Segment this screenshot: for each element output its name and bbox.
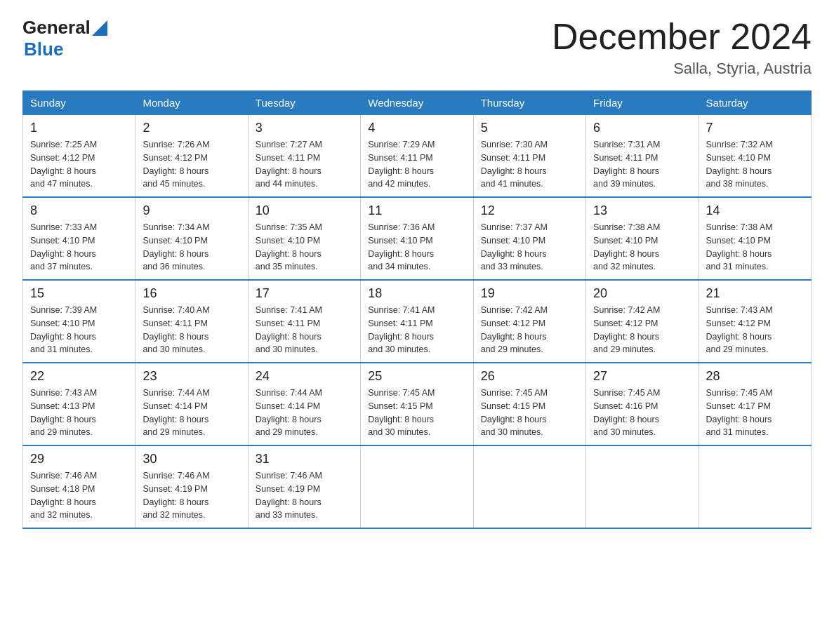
day-info: Sunrise: 7:43 AM Sunset: 4:12 PM Dayligh…	[706, 304, 804, 356]
calendar-cell: 18 Sunrise: 7:41 AM Sunset: 4:11 PM Dayl…	[361, 280, 473, 363]
day-number: 29	[30, 452, 128, 467]
day-number: 4	[368, 121, 465, 135]
calendar-cell: 5 Sunrise: 7:30 AM Sunset: 4:11 PM Dayli…	[473, 115, 585, 198]
location-title: Salla, Styria, Austria	[552, 60, 812, 78]
day-number: 13	[593, 203, 691, 218]
svg-marker-0	[92, 20, 107, 36]
calendar-cell: 10 Sunrise: 7:35 AM Sunset: 4:10 PM Dayl…	[248, 197, 360, 280]
day-info: Sunrise: 7:37 AM Sunset: 4:10 PM Dayligh…	[481, 221, 578, 274]
calendar-cell: 17 Sunrise: 7:41 AM Sunset: 4:11 PM Dayl…	[248, 280, 360, 363]
day-info: Sunrise: 7:33 AM Sunset: 4:10 PM Dayligh…	[30, 221, 128, 274]
calendar-cell: 28 Sunrise: 7:45 AM Sunset: 4:17 PM Dayl…	[699, 363, 811, 445]
calendar-cell: 29 Sunrise: 7:46 AM Sunset: 4:18 PM Dayl…	[23, 445, 135, 528]
day-number: 9	[143, 203, 240, 218]
calendar-body: 1 Sunrise: 7:25 AM Sunset: 4:12 PM Dayli…	[23, 115, 812, 529]
calendar-cell	[361, 445, 473, 528]
day-info: Sunrise: 7:38 AM Sunset: 4:10 PM Dayligh…	[706, 221, 804, 274]
day-number: 30	[143, 452, 240, 467]
day-info: Sunrise: 7:41 AM Sunset: 4:11 PM Dayligh…	[256, 304, 353, 356]
day-number: 23	[143, 369, 240, 384]
day-info: Sunrise: 7:43 AM Sunset: 4:13 PM Dayligh…	[30, 387, 128, 439]
month-title: December 2024	[552, 17, 812, 57]
weekday-header-tuesday: Tuesday	[248, 91, 360, 115]
calendar-cell: 23 Sunrise: 7:44 AM Sunset: 4:14 PM Dayl…	[135, 363, 248, 445]
day-info: Sunrise: 7:44 AM Sunset: 4:14 PM Dayligh…	[143, 387, 240, 439]
day-number: 27	[593, 369, 691, 384]
weekday-header-friday: Friday	[586, 91, 699, 115]
calendar-cell: 6 Sunrise: 7:31 AM Sunset: 4:11 PM Dayli…	[586, 115, 699, 198]
calendar-cell: 8 Sunrise: 7:33 AM Sunset: 4:10 PM Dayli…	[23, 197, 135, 280]
day-info: Sunrise: 7:31 AM Sunset: 4:11 PM Dayligh…	[593, 138, 691, 191]
calendar-week-row: 1 Sunrise: 7:25 AM Sunset: 4:12 PM Dayli…	[23, 115, 812, 198]
calendar-cell: 9 Sunrise: 7:34 AM Sunset: 4:10 PM Dayli…	[135, 197, 248, 280]
day-number: 22	[30, 369, 128, 384]
day-info: Sunrise: 7:45 AM Sunset: 4:15 PM Dayligh…	[481, 387, 578, 439]
calendar-cell: 2 Sunrise: 7:26 AM Sunset: 4:12 PM Dayli…	[135, 115, 248, 198]
calendar-cell: 7 Sunrise: 7:32 AM Sunset: 4:10 PM Dayli…	[699, 115, 811, 198]
day-info: Sunrise: 7:45 AM Sunset: 4:17 PM Dayligh…	[706, 387, 804, 439]
day-number: 7	[706, 121, 804, 135]
calendar-week-row: 15 Sunrise: 7:39 AM Sunset: 4:10 PM Dayl…	[23, 280, 812, 363]
day-number: 18	[368, 286, 465, 301]
day-number: 3	[256, 121, 353, 135]
logo-blue: Blue	[22, 39, 107, 60]
day-info: Sunrise: 7:42 AM Sunset: 4:12 PM Dayligh…	[481, 304, 578, 356]
day-number: 24	[256, 369, 353, 384]
day-number: 10	[256, 203, 353, 218]
day-info: Sunrise: 7:34 AM Sunset: 4:10 PM Dayligh…	[143, 221, 240, 274]
day-info: Sunrise: 7:45 AM Sunset: 4:16 PM Dayligh…	[593, 387, 691, 439]
weekday-header-wednesday: Wednesday	[361, 91, 473, 115]
calendar-week-row: 8 Sunrise: 7:33 AM Sunset: 4:10 PM Dayli…	[23, 197, 812, 280]
day-info: Sunrise: 7:46 AM Sunset: 4:18 PM Dayligh…	[30, 469, 128, 522]
day-number: 19	[481, 286, 578, 301]
calendar-cell: 4 Sunrise: 7:29 AM Sunset: 4:11 PM Dayli…	[361, 115, 473, 198]
day-info: Sunrise: 7:45 AM Sunset: 4:15 PM Dayligh…	[368, 387, 465, 439]
day-number: 26	[481, 369, 578, 384]
day-number: 20	[593, 286, 691, 301]
logo-general: General	[22, 17, 91, 39]
calendar-cell: 27 Sunrise: 7:45 AM Sunset: 4:16 PM Dayl…	[586, 363, 699, 445]
day-info: Sunrise: 7:38 AM Sunset: 4:10 PM Dayligh…	[593, 221, 691, 274]
title-section: December 2024 Salla, Styria, Austria	[552, 17, 812, 78]
calendar-cell	[586, 445, 699, 528]
calendar-cell: 21 Sunrise: 7:43 AM Sunset: 4:12 PM Dayl…	[699, 280, 811, 363]
weekday-header-saturday: Saturday	[699, 91, 811, 115]
weekday-header-sunday: Sunday	[23, 91, 135, 115]
calendar-cell: 12 Sunrise: 7:37 AM Sunset: 4:10 PM Dayl…	[473, 197, 585, 280]
calendar-cell: 14 Sunrise: 7:38 AM Sunset: 4:10 PM Dayl…	[699, 197, 811, 280]
calendar-cell: 20 Sunrise: 7:42 AM Sunset: 4:12 PM Dayl…	[586, 280, 699, 363]
day-info: Sunrise: 7:30 AM Sunset: 4:11 PM Dayligh…	[481, 138, 578, 191]
logo: General Blue	[22, 17, 107, 60]
day-number: 31	[256, 452, 353, 467]
day-number: 11	[368, 203, 465, 218]
day-info: Sunrise: 7:46 AM Sunset: 4:19 PM Dayligh…	[256, 469, 353, 522]
calendar-header-row: SundayMondayTuesdayWednesdayThursdayFrid…	[23, 91, 812, 115]
calendar-cell: 25 Sunrise: 7:45 AM Sunset: 4:15 PM Dayl…	[361, 363, 473, 445]
day-info: Sunrise: 7:26 AM Sunset: 4:12 PM Dayligh…	[143, 138, 240, 191]
day-number: 1	[30, 121, 128, 135]
day-number: 21	[706, 286, 804, 301]
day-info: Sunrise: 7:35 AM Sunset: 4:10 PM Dayligh…	[256, 221, 353, 274]
day-number: 28	[706, 369, 804, 384]
calendar-cell: 31 Sunrise: 7:46 AM Sunset: 4:19 PM Dayl…	[248, 445, 360, 528]
day-info: Sunrise: 7:40 AM Sunset: 4:11 PM Dayligh…	[143, 304, 240, 356]
day-info: Sunrise: 7:29 AM Sunset: 4:11 PM Dayligh…	[368, 138, 465, 191]
day-info: Sunrise: 7:39 AM Sunset: 4:10 PM Dayligh…	[30, 304, 128, 356]
day-number: 2	[143, 121, 240, 135]
day-number: 6	[593, 121, 691, 135]
calendar-cell: 1 Sunrise: 7:25 AM Sunset: 4:12 PM Dayli…	[23, 115, 135, 198]
calendar-cell: 13 Sunrise: 7:38 AM Sunset: 4:10 PM Dayl…	[586, 197, 699, 280]
calendar-cell: 16 Sunrise: 7:40 AM Sunset: 4:11 PM Dayl…	[135, 280, 248, 363]
day-info: Sunrise: 7:25 AM Sunset: 4:12 PM Dayligh…	[30, 138, 128, 191]
calendar-cell	[473, 445, 585, 528]
day-number: 16	[143, 286, 240, 301]
day-info: Sunrise: 7:41 AM Sunset: 4:11 PM Dayligh…	[368, 304, 465, 356]
day-info: Sunrise: 7:46 AM Sunset: 4:19 PM Dayligh…	[143, 469, 240, 522]
day-number: 14	[706, 203, 804, 218]
calendar-cell: 24 Sunrise: 7:44 AM Sunset: 4:14 PM Dayl…	[248, 363, 360, 445]
calendar-cell: 26 Sunrise: 7:45 AM Sunset: 4:15 PM Dayl…	[473, 363, 585, 445]
day-number: 8	[30, 203, 128, 218]
calendar-table: SundayMondayTuesdayWednesdayThursdayFrid…	[22, 90, 812, 529]
calendar-cell: 3 Sunrise: 7:27 AM Sunset: 4:11 PM Dayli…	[248, 115, 360, 198]
day-number: 17	[256, 286, 353, 301]
